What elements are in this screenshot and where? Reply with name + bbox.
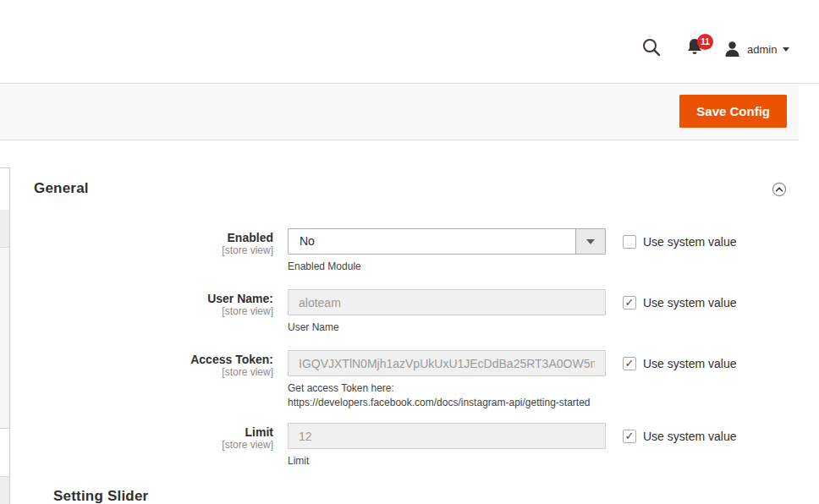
field-scope: [store view] — [9, 366, 273, 379]
field-label-cell: Access Token: [store view] — [9, 350, 273, 379]
field-control-cell: Limit — [288, 423, 606, 468]
config-nav-item[interactable] — [0, 249, 9, 429]
field-comment: Limit — [288, 454, 606, 468]
field-scope: [store view] — [9, 244, 273, 257]
limit-input — [288, 423, 606, 449]
save-config-button[interactable]: Save Config — [679, 95, 787, 128]
checkbox[interactable]: ✓ — [623, 357, 636, 370]
use-system-value-toggle[interactable]: ✓ Use system value — [623, 289, 736, 310]
access-token-input — [288, 350, 606, 376]
field-control-cell: No Enabled Module — [288, 228, 606, 274]
checkbox[interactable]: ✓ — [623, 296, 636, 310]
section-header-general[interactable]: General — [34, 180, 89, 197]
use-system-value-toggle[interactable]: Use system value — [623, 228, 736, 249]
page-actions-toolbar: Save Config — [0, 84, 799, 140]
use-system-value-toggle[interactable]: ✓ Use system value — [623, 423, 736, 443]
enabled-select[interactable]: No — [288, 228, 606, 255]
search-icon[interactable] — [641, 37, 662, 59]
field-control-cell: Get access Token here: https://developer… — [288, 350, 606, 410]
select-value: No — [300, 234, 315, 248]
field-comment: Enabled Module — [288, 260, 606, 274]
checkbox-label: Use system value — [643, 235, 736, 249]
field-control-cell: User Name — [288, 289, 606, 335]
collapse-section-icon[interactable] — [772, 182, 787, 197]
chevron-down-icon — [586, 239, 595, 244]
field-scope: [store view] — [9, 305, 273, 318]
field-label: Enabled — [9, 231, 273, 244]
admin-config-page: 11 admin Save Config General Ena — [0, 0, 819, 504]
checkbox-label: Use system value — [643, 357, 736, 370]
field-row-enabled: Enabled [store view] No Enabled Module U… — [9, 228, 810, 274]
field-comment: User Name — [288, 320, 606, 335]
field-label: Limit — [9, 425, 273, 439]
config-nav-item[interactable] — [0, 210, 9, 248]
account-username: admin — [747, 43, 777, 56]
username-input — [288, 289, 606, 315]
select-caret-button[interactable] — [575, 229, 605, 254]
field-label: User Name: — [9, 292, 273, 305]
field-row-access-token: Access Token: [store view] Get access To… — [9, 350, 810, 410]
field-row-limit: Limit [store view] Limit ✓ Use system va… — [9, 423, 810, 468]
checkbox[interactable] — [623, 235, 636, 249]
account-menu[interactable]: admin — [724, 37, 789, 61]
notifications-count-badge: 11 — [697, 34, 713, 50]
checkbox[interactable]: ✓ — [623, 430, 636, 443]
config-nav-item[interactable] — [0, 476, 9, 504]
field-label: Access Token: — [9, 353, 273, 366]
notifications-button[interactable]: 11 — [685, 37, 716, 61]
checkbox-label: Use system value — [643, 296, 736, 310]
field-comment: Get access Token here: https://developer… — [288, 381, 606, 410]
section-header-setting-slider[interactable]: Setting Slider — [53, 488, 148, 504]
person-icon — [724, 41, 740, 58]
use-system-value-toggle[interactable]: ✓ Use system value — [623, 350, 736, 370]
field-scope: [store view] — [9, 439, 273, 452]
checkbox-label: Use system value — [643, 430, 736, 443]
top-header-bar: 11 admin — [0, 0, 819, 84]
field-label-cell: Limit [store view] — [9, 423, 273, 452]
field-label-cell: Enabled [store view] — [9, 228, 273, 257]
field-label-cell: User Name: [store view] — [9, 289, 273, 318]
field-row-username: User Name: [store view] User Name ✓ Use … — [9, 289, 810, 335]
chevron-down-icon — [783, 47, 789, 52]
